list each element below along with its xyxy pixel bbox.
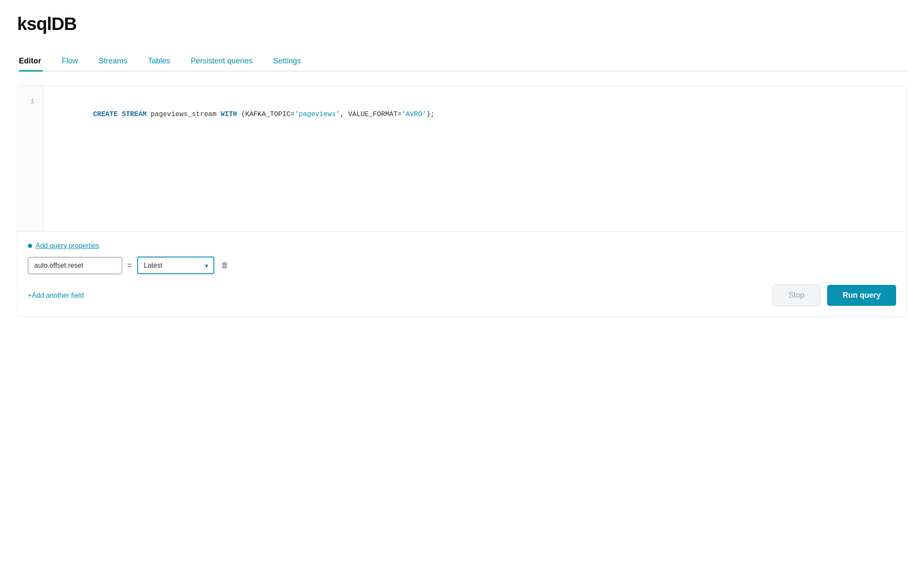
nav-item-streams[interactable]: Streams [88,51,138,71]
code-editor[interactable]: 1 CREATE STREAM pageviews_stream WITH (K… [18,86,906,231]
stop-button[interactable]: Stop [773,284,820,306]
nav-item-persistent-queries[interactable]: Persistent queries [180,51,263,71]
property-value-select-wrapper: Latest Earliest [137,257,214,274]
add-query-properties-link[interactable]: Add query properties [28,242,896,250]
header: ksqlDB Editor Flow Streams Tables Persis… [0,0,924,72]
keyword-with: WITH [221,111,237,118]
string-avro: 'AVRO' [402,111,426,118]
property-row: = Latest Earliest 🗑 [28,257,896,274]
equals-sign: = [127,261,132,270]
add-query-props-label: Add query properties [36,242,99,250]
line-numbers: 1 [18,86,43,231]
line-number-1: 1 [28,96,34,108]
nav-item-settings[interactable]: Settings [263,51,311,71]
string-pageviews: 'pageviews' [295,111,340,118]
nav-item-editor[interactable]: Editor [17,51,51,71]
app-logo: ksqlDB [17,14,907,34]
delete-property-icon[interactable]: 🗑 [219,259,231,272]
code-line-1: CREATE STREAM pageviews_stream WITH (KAF… [52,96,898,133]
add-another-field-link[interactable]: +Add another field [28,292,84,299]
nav-item-tables[interactable]: Tables [138,51,180,71]
bottom-bar: +Add another field Stop Run query [28,281,896,306]
run-query-button[interactable]: Run query [827,285,896,306]
code-content[interactable]: CREATE STREAM pageviews_stream WITH (KAF… [43,86,906,231]
main-nav: Editor Flow Streams Tables Persistent qu… [17,51,907,72]
identifier-stream: pageviews_stream [147,111,221,118]
comma: , VALUE_FORMAT= [340,111,402,118]
property-value-select[interactable]: Latest Earliest [137,257,214,274]
property-key-input[interactable] [28,257,122,274]
editor-container: 1 CREATE STREAM pageviews_stream WITH (K… [17,85,907,317]
query-properties-section: Add query properties = Latest Earliest 🗑… [18,232,906,317]
nav-item-flow[interactable]: Flow [51,51,88,71]
bullet-icon [28,244,32,248]
paren-open: (KAFKA_TOPIC= [237,111,294,118]
paren-close: ); [426,111,435,118]
keyword-create: CREATE STREAM [93,111,147,118]
main-content: 1 CREATE STREAM pageviews_stream WITH (K… [0,72,924,341]
